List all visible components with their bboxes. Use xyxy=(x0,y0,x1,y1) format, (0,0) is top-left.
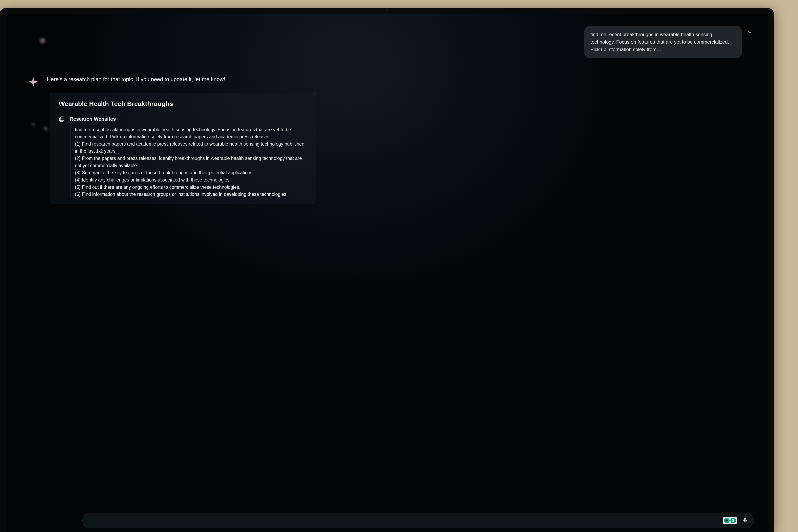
input-bar[interactable]: ✚ G xyxy=(82,513,754,528)
chevron-down-icon[interactable] xyxy=(747,30,752,37)
svg-rect-1 xyxy=(744,518,746,521)
browser-stack-icon xyxy=(59,116,65,123)
laptop-frame: find me recent breakthroughs in wearable… xyxy=(0,8,774,532)
svg-rect-0 xyxy=(60,117,64,120)
microphone-icon[interactable] xyxy=(742,518,748,523)
badge-plus-icon[interactable]: ✚ xyxy=(724,518,729,523)
research-plan-card[interactable]: Wearable Health Tech Breakthroughs Resea… xyxy=(50,93,316,204)
spark-icon xyxy=(28,76,39,87)
plan-title: Wearable Health Tech Breakthroughs xyxy=(59,100,307,108)
assistant-body: Here's a research plan for that topic. I… xyxy=(47,76,754,204)
assistant-response: Here's a research plan for that topic. I… xyxy=(28,76,754,204)
assistant-intro-text: Here's a research plan for that topic. I… xyxy=(47,76,754,82)
chat-screen: find me recent breakthroughs in wearable… xyxy=(6,14,768,532)
badge-grammarly-icon[interactable]: G xyxy=(730,518,736,523)
user-message-text: find me recent breakthroughs in wearable… xyxy=(590,32,729,52)
plan-section-body: find me recent breakthroughs in wearable… xyxy=(70,126,307,198)
plan-body-text: find me recent breakthroughs in wearable… xyxy=(75,126,307,198)
user-message-row: find me recent breakthroughs in wearable… xyxy=(28,26,742,58)
plan-section-title: Research Websites xyxy=(70,116,116,122)
user-message-bubble[interactable]: find me recent breakthroughs in wearable… xyxy=(584,26,742,58)
camera-dot xyxy=(386,9,388,11)
extension-badges[interactable]: ✚ G xyxy=(723,517,737,524)
plan-section-header: Research Websites xyxy=(59,116,307,123)
